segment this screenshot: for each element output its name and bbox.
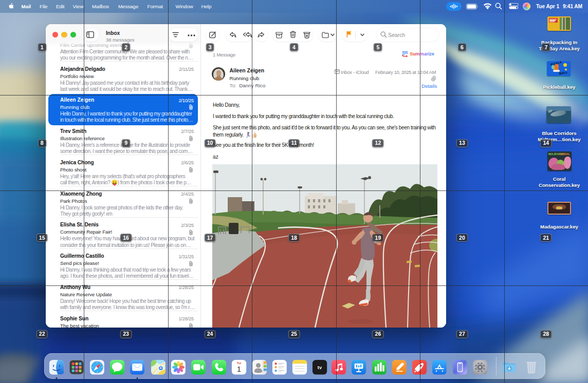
svg-text:1: 1	[237, 365, 241, 373]
svg-text:tv: tv	[318, 365, 322, 370]
